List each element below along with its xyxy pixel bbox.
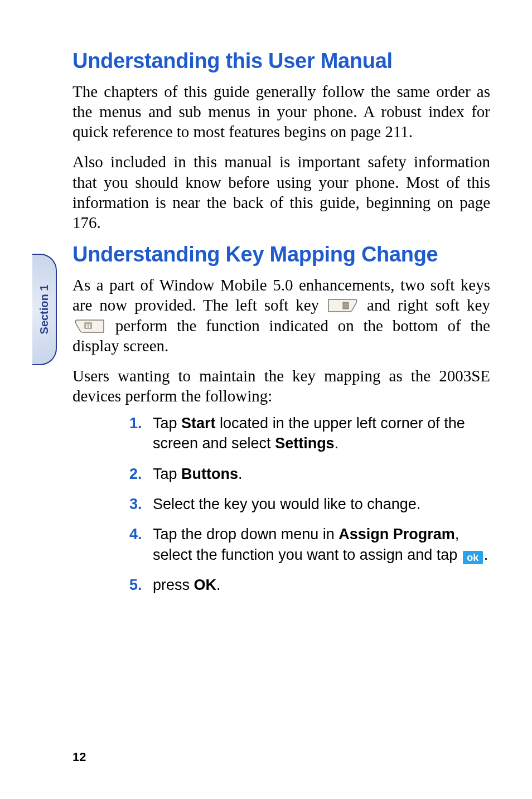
page-number: 12 [72, 750, 86, 764]
ok-icon: ok [463, 551, 483, 564]
svg-rect-4 [85, 323, 91, 328]
step-1-text-a: Tap [153, 415, 181, 432]
paragraph-intro-2: Also included in this manual is importan… [72, 152, 490, 233]
step-5-text-c: . [216, 577, 221, 593]
paragraph-softkeys-mid: and right soft key [360, 296, 490, 314]
step-1-text-e: . [335, 435, 339, 452]
svg-rect-6 [89, 324, 90, 326]
svg-rect-5 [86, 324, 88, 326]
step-5: press OK. [129, 575, 490, 595]
heading-understanding-manual: Understanding this User Manual [72, 49, 490, 74]
step-1-settings: Settings [275, 435, 335, 452]
section-tab: Section 1 [32, 254, 57, 365]
section-tab-label: Section 1 [38, 285, 51, 335]
paragraph-intro-1: The chapters of this guide generally fol… [72, 81, 490, 142]
left-softkey-icon [327, 298, 359, 313]
step-4-text-d: . [484, 546, 489, 563]
steps-list: Tap Start located in the upper left corn… [72, 413, 490, 595]
step-4: Tap the drop down menu in Assign Program… [129, 524, 490, 565]
step-1: Tap Start located in the upper left corn… [129, 413, 490, 454]
paragraph-instructions-lead: Users wanting to maintain the key mappin… [72, 366, 490, 406]
right-softkey-icon [74, 319, 105, 333]
step-4-assign-program: Assign Program [338, 526, 455, 543]
step-2-text-a: Tap [153, 466, 181, 482]
step-1-start: Start [181, 415, 216, 432]
step-5-ok: OK [194, 577, 217, 593]
step-2-buttons: Buttons [181, 466, 238, 482]
step-3-text: Select the key you would like to change. [153, 496, 420, 512]
svg-rect-8 [89, 326, 90, 328]
heading-key-mapping: Understanding Key Mapping Change [72, 243, 490, 267]
svg-rect-7 [86, 326, 88, 328]
step-2: Tap Buttons. [129, 464, 490, 484]
step-2-text-c: . [238, 466, 243, 482]
paragraph-softkeys: As a part of Window Mobile 5.0 enhanceme… [72, 275, 490, 356]
step-5-text-a: press [153, 577, 194, 593]
page: Section 1 Understanding this User Manual… [0, 0, 532, 799]
paragraph-softkeys-post: perform the function indicated on the bo… [72, 317, 490, 355]
step-4-text-a: Tap the drop down menu in [153, 526, 338, 543]
step-3: Select the key you would like to change. [129, 494, 490, 514]
